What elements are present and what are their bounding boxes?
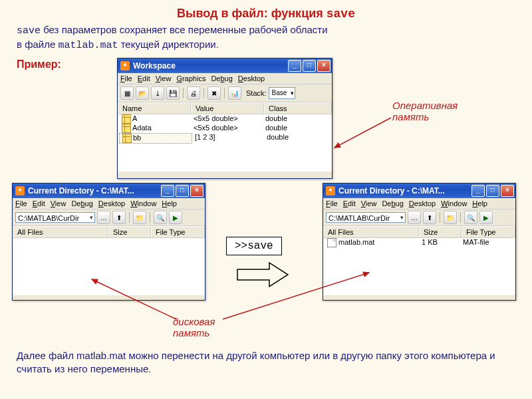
path-input[interactable]: C:\MATLAB\CurDir (15, 212, 95, 223)
desc-filename: matlab.mat (58, 40, 118, 51)
up-icon[interactable]: ⬆ (423, 211, 436, 224)
table-row[interactable]: Adata <5x5 double> double (118, 124, 332, 133)
run-icon[interactable]: ▶ (169, 211, 182, 224)
browse-icon[interactable]: … (408, 211, 421, 224)
close-button[interactable]: × (190, 185, 203, 197)
var-name: A (132, 114, 137, 122)
menu-edit[interactable]: Edit (138, 74, 150, 82)
variable-icon (122, 134, 132, 143)
menu-help[interactable]: Help (472, 200, 487, 207)
table-row[interactable]: A <5x5 double> double (118, 114, 332, 124)
desc-text1: без параметров сохраняет все переменные … (41, 24, 328, 35)
column-headers: All Files Size File Type (13, 226, 205, 238)
close-button[interactable]: × (501, 185, 514, 197)
menu-help[interactable]: Help (162, 200, 177, 207)
desc-text2a: в файле (17, 39, 58, 50)
open-icon[interactable]: 📂 (136, 86, 149, 100)
menu-desktop[interactable]: Desktop (98, 200, 125, 207)
menu-view[interactable]: View (51, 200, 66, 207)
file-icon (327, 238, 336, 247)
separator (460, 212, 461, 223)
file-size: 1 KB (419, 238, 460, 247)
save-command: >>save (235, 240, 273, 252)
toolbar: ▦ 📂 ⤓ 💾 🖨 ✖ 📊 Stack: Base (118, 84, 332, 102)
titlebar[interactable]: Current Directory - C:\MAT... _ □ × (13, 184, 205, 198)
title-func: save (327, 7, 355, 21)
file-type: MAT-file (460, 238, 492, 247)
separator (203, 88, 204, 98)
titlebar[interactable]: Current Directory - C:\MAT... _ □ × (323, 184, 515, 198)
maximize-button[interactable]: □ (486, 185, 499, 197)
window-title: Current Directory - C:\MAT... (28, 186, 134, 196)
titlebar[interactable]: Workspace _ □ × (118, 59, 332, 73)
stack-select[interactable]: Base (269, 87, 296, 99)
col-files[interactable]: All Files (323, 226, 419, 237)
col-size[interactable]: Size (108, 226, 151, 237)
save-command-box: >>save (226, 237, 282, 255)
menubar: File Edit View Graphics Debug Desktop (118, 73, 332, 84)
minimize-button[interactable]: _ (471, 185, 485, 197)
col-type[interactable]: File Type (462, 226, 515, 237)
print-icon[interactable]: 🖨 (187, 86, 200, 100)
minimize-button[interactable]: _ (288, 60, 301, 72)
menu-desktop[interactable]: Desktop (409, 200, 436, 207)
window-title: Workspace (133, 61, 176, 70)
menu-debug[interactable]: Debug (382, 200, 403, 207)
up-icon[interactable]: ⬆ (112, 211, 126, 224)
curdir-right-window: Current Directory - C:\MAT... _ □ × File… (323, 183, 516, 301)
col-files[interactable]: All Files (13, 226, 108, 237)
maximize-button[interactable]: □ (303, 60, 316, 72)
plot-icon[interactable]: 📊 (228, 86, 241, 100)
curdir-content (13, 238, 205, 295)
menu-file[interactable]: File (15, 200, 27, 207)
menu-file[interactable]: File (326, 200, 338, 207)
curdir-left-window: Current Directory - C:\MAT... _ □ × File… (12, 183, 205, 301)
import-icon[interactable]: ⤓ (151, 86, 164, 100)
footer-text: Далее файл matlab.mat можно перенести на… (17, 349, 515, 376)
menu-edit[interactable]: Edit (343, 200, 356, 207)
big-arrow-icon (236, 261, 289, 288)
menu-edit[interactable]: Edit (33, 200, 45, 207)
separator (183, 88, 184, 98)
separator (224, 88, 225, 98)
menu-graphics[interactable]: Graphics (176, 74, 205, 82)
menu-debug[interactable]: Debug (71, 200, 92, 207)
find-icon[interactable]: 🔍 (154, 211, 167, 224)
workspace-window: Workspace _ □ × File Edit View Graphics … (117, 58, 332, 179)
annotation-disk: дисковая память (173, 316, 215, 338)
newfolder-icon[interactable]: 📁 (133, 211, 146, 224)
new-var-icon[interactable]: ▦ (120, 86, 134, 100)
menu-window[interactable]: Window (130, 200, 156, 207)
run-icon[interactable]: ▶ (479, 211, 493, 224)
delete-icon[interactable]: ✖ (207, 86, 221, 100)
newfolder-icon[interactable]: 📁 (444, 211, 457, 224)
find-icon[interactable]: 🔍 (464, 211, 477, 224)
col-class[interactable]: Class (264, 102, 332, 114)
addressbar: C:\MATLAB\CurDir … ⬆ 📁 🔍 ▶ (323, 209, 515, 226)
browse-icon[interactable]: … (97, 211, 110, 224)
table-row[interactable]: matlab.mat 1 KB MAT-file (323, 238, 515, 247)
close-button[interactable]: × (317, 60, 331, 72)
menu-debug[interactable]: Debug (211, 74, 232, 82)
col-size[interactable]: Size (419, 226, 462, 237)
column-headers: Name Value Class (118, 102, 332, 114)
variable-icon (122, 114, 131, 124)
menu-file[interactable]: File (120, 74, 132, 82)
menu-window[interactable]: Window (441, 200, 467, 207)
table-row[interactable]: bb [1 2 3] double (118, 133, 332, 144)
variable-icon (122, 124, 131, 133)
addressbar: C:\MATLAB\CurDir … ⬆ 📁 🔍 ▶ (13, 209, 205, 226)
path-input[interactable]: C:\MATLAB\CurDir (326, 212, 406, 223)
workspace-content: A <5x5 double> double Adata <5x5 double>… (118, 114, 332, 172)
menu-view[interactable]: View (156, 74, 172, 82)
col-value[interactable]: Value (191, 102, 264, 114)
col-type[interactable]: File Type (151, 226, 205, 237)
save-icon[interactable]: 💾 (166, 86, 180, 100)
maximize-button[interactable]: □ (176, 185, 189, 197)
minimize-button[interactable]: _ (161, 185, 174, 197)
matlab-icon (120, 61, 130, 70)
menu-view[interactable]: View (361, 200, 377, 207)
menu-desktop[interactable]: Desktop (238, 74, 265, 82)
col-name[interactable]: Name (118, 102, 191, 114)
separator (129, 212, 130, 223)
